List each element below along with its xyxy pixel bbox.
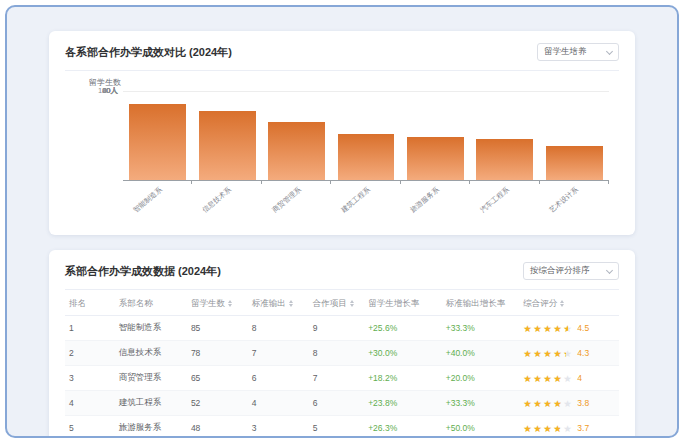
column-header-label: 留学生增长率 (368, 298, 419, 308)
cell-student_growth: +18.2% (364, 366, 442, 391)
star-rating: ★★★★★★★★★★ (523, 324, 573, 334)
chart-title: 各系部合作办学成效对比 (2024年) (65, 45, 232, 60)
bar (338, 134, 395, 180)
bar-chart: 留学生数 0人20人40人60人80人100人 智能制造系信息技术系商贸管理系建… (65, 75, 619, 223)
cell-students: 52 (187, 391, 248, 416)
x-tick-mark (330, 180, 331, 184)
column-header-projects[interactable]: 合作项目 (309, 292, 364, 316)
cell-students: 78 (187, 341, 248, 366)
star-rating: ★★★★★★★★★★ (523, 374, 573, 384)
table-row: 1智能制造系8589+25.6%+33.3%★★★★★★★★★★4.5 (65, 316, 619, 341)
cell-student_growth: +30.0% (364, 341, 442, 366)
sort-icon[interactable] (560, 300, 564, 307)
star-rating-fill: ★★★★★ (523, 324, 568, 334)
cell-student_growth: +25.6% (364, 316, 442, 341)
column-header-students[interactable]: 留学生数 (187, 292, 248, 316)
x-axis-label: 艺术设计系 (547, 185, 580, 215)
cell-students: 48 (187, 416, 248, 439)
bar-slot: 艺术设计系 (540, 91, 609, 180)
x-axis-label: 汽车工程系 (478, 185, 511, 215)
star-rating-fill: ★★★★★ (523, 424, 560, 434)
column-header-output_growth: 标准输出增长率 (442, 292, 520, 316)
page-frame: 各系部合作办学成效对比 (2024年) 留学生培养 留学生数 0人20人40人6… (5, 5, 679, 438)
cell-score: ★★★★★★★★★★4.3 (519, 341, 619, 366)
table-row: 3商贸管理系6567+18.2%+20.0%★★★★★★★★★★4 (65, 366, 619, 391)
sort-icon[interactable] (228, 300, 232, 307)
table-row: 5旅游服务系4835+26.3%+50.0%★★★★★★★★★★3.7 (65, 416, 619, 439)
cell-output: 3 (248, 416, 309, 439)
star-rating: ★★★★★★★★★★ (523, 349, 573, 359)
bar-slot: 商贸管理系 (262, 91, 331, 180)
star-rating: ★★★★★★★★★★ (523, 399, 573, 409)
column-header-output[interactable]: 标准输出 (248, 292, 309, 316)
performance-table: 排名系部名称留学生数标准输出合作项目留学生增长率标准输出增长率综合评分 1智能制… (65, 292, 619, 438)
x-tick-mark (400, 180, 401, 184)
column-header-label: 合作项目 (313, 298, 347, 308)
sort-icon[interactable] (289, 300, 293, 307)
cell-dept: 建筑工程系 (115, 391, 187, 416)
chart-card-header: 各系部合作办学成效对比 (2024年) 留学生培养 (65, 43, 619, 61)
score-value: 4 (577, 373, 582, 383)
column-header-label: 系部名称 (119, 298, 153, 308)
table-row: 4建筑工程系5246+23.8%+33.3%★★★★★★★★★★3.8 (65, 391, 619, 416)
star-rating-fill: ★★★★★ (523, 374, 563, 384)
star-rating: ★★★★★★★★★★ (523, 424, 573, 434)
cell-dept: 商贸管理系 (115, 366, 187, 391)
x-tick-mark (191, 180, 192, 184)
star-rating-fill: ★★★★★ (523, 349, 566, 359)
cell-rank: 1 (65, 316, 115, 341)
bar (129, 104, 186, 180)
column-header-student_growth: 留学生增长率 (364, 292, 442, 316)
dashboard-page: 各系部合作办学成效对比 (2024年) 留学生培养 留学生数 0人20人40人6… (0, 0, 684, 443)
cell-dept: 信息技术系 (115, 341, 187, 366)
cell-students: 65 (187, 366, 248, 391)
x-axis-label: 旅游服务系 (409, 185, 442, 215)
table-header-row: 排名系部名称留学生数标准输出合作项目留学生增长率标准输出增长率综合评分 (65, 292, 619, 316)
cell-output: 8 (248, 316, 309, 341)
column-header-label: 标准输出 (252, 298, 286, 308)
cell-student_growth: +26.3% (364, 416, 442, 439)
bar-slot: 信息技术系 (192, 91, 261, 180)
cell-dept: 旅游服务系 (115, 416, 187, 439)
sort-icon[interactable] (350, 300, 354, 307)
column-header-label: 标准输出增长率 (446, 298, 506, 308)
x-axis-label: 信息技术系 (200, 185, 233, 215)
cell-rank: 5 (65, 416, 115, 439)
score-value: 3.8 (577, 398, 589, 408)
cell-output_growth: +40.0% (442, 341, 520, 366)
star-rating-fill: ★★★★★ (523, 399, 561, 409)
cell-rank: 4 (65, 391, 115, 416)
cell-score: ★★★★★★★★★★4.5 (519, 316, 619, 341)
bar (407, 137, 464, 180)
cell-projects: 7 (309, 366, 364, 391)
table-title: 系部合作办学成效数据 (2024年) (65, 264, 221, 279)
cell-output_growth: +50.0% (442, 416, 520, 439)
cell-dept: 智能制造系 (115, 316, 187, 341)
table-body: 1智能制造系8589+25.6%+33.3%★★★★★★★★★★4.52信息技术… (65, 316, 619, 439)
table-card-header: 系部合作办学成效数据 (2024年) 按综合评分排序 (65, 262, 619, 280)
chevron-down-icon (606, 47, 613, 54)
cell-projects: 9 (309, 316, 364, 341)
chart-metric-select[interactable]: 留学生培养 (537, 43, 619, 61)
cell-output_growth: +33.3% (442, 316, 520, 341)
cell-score: ★★★★★★★★★★4 (519, 366, 619, 391)
chart-plot-area: 0人20人40人60人80人100人 智能制造系信息技术系商贸管理系建筑工程系旅… (123, 91, 609, 181)
column-header-label: 综合评分 (523, 298, 557, 308)
column-header-score[interactable]: 综合评分 (519, 292, 619, 316)
cell-output: 7 (248, 341, 309, 366)
bar-slot: 旅游服务系 (401, 91, 470, 180)
table-sort-select[interactable]: 按综合评分排序 (523, 262, 619, 280)
cell-output_growth: +20.0% (442, 366, 520, 391)
chart-header-divider (65, 70, 619, 71)
column-header-label: 留学生数 (191, 298, 225, 308)
bar-series: 智能制造系信息技术系商贸管理系建筑工程系旅游服务系汽车工程系艺术设计系 (123, 91, 609, 180)
table-card: 系部合作办学成效数据 (2024年) 按综合评分排序 排名系部名称留学生数标准输… (49, 250, 635, 438)
score-value: 3.7 (577, 423, 589, 433)
chart-metric-select-value: 留学生培养 (544, 46, 587, 58)
bar-slot: 智能制造系 (123, 91, 192, 180)
bar (268, 122, 325, 180)
cell-score: ★★★★★★★★★★3.7 (519, 416, 619, 439)
cell-score: ★★★★★★★★★★3.8 (519, 391, 619, 416)
cell-rank: 3 (65, 366, 115, 391)
chart-card: 各系部合作办学成效对比 (2024年) 留学生培养 留学生数 0人20人40人6… (49, 31, 635, 235)
